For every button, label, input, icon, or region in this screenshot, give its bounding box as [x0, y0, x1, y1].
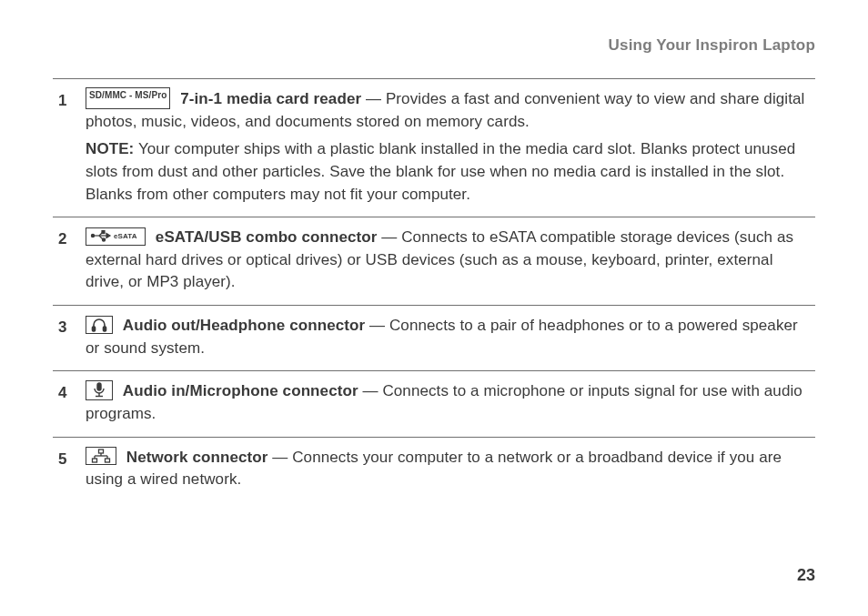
svg-rect-9	[97, 383, 101, 390]
network-icon	[86, 447, 116, 465]
list-item: 3 Audio out/Headphone connector — Connec…	[53, 305, 815, 370]
note-text: Your computer ships with a plastic blank…	[86, 140, 795, 202]
list-item: 5 Network connector — Connects your comp…	[53, 437, 815, 502]
item-title: 7-in-1 media card reader	[180, 90, 361, 107]
media-card-icon: SD/MMC - MS/Pro	[86, 87, 170, 109]
item-title: Audio out/Headphone connector	[123, 317, 365, 334]
item-title: eSATA/USB combo connector	[156, 228, 378, 246]
svg-rect-14	[106, 459, 110, 462]
svg-rect-12	[99, 449, 104, 453]
headphone-icon	[86, 316, 113, 334]
svg-rect-8	[104, 327, 106, 331]
item-number: 5	[58, 449, 67, 471]
svg-rect-13	[93, 459, 97, 462]
running-header: Using Your Inspiron Laptop	[53, 36, 815, 55]
note-block: NOTE: Your computer ships with a plastic…	[86, 138, 815, 206]
svg-point-5	[102, 238, 105, 241]
item-number: 3	[58, 317, 67, 339]
page-number: 23	[797, 566, 815, 585]
item-title: Network connector	[126, 449, 268, 466]
microphone-icon	[86, 380, 113, 400]
esata-label: eSATA	[114, 232, 137, 240]
item-number: 4	[58, 382, 67, 405]
item-number: 2	[58, 228, 67, 251]
svg-rect-7	[93, 327, 96, 331]
svg-marker-6	[106, 233, 110, 237]
manual-page: Using Your Inspiron Laptop 1 SD/MMC - MS…	[0, 0, 868, 616]
note-label: NOTE:	[86, 140, 134, 157]
list-item: 4 Audio in/Microphone connector — Connec…	[53, 370, 815, 436]
item-number: 1	[58, 90, 67, 113]
esata-usb-icon: eSATA	[86, 227, 146, 246]
list-item: 1 SD/MMC - MS/Pro 7-in-1 media card read…	[53, 78, 815, 217]
item-title: Audio in/Microphone connector	[123, 382, 358, 399]
list-item: 2 eSATA eSATA/USB combo connector — Conn…	[53, 217, 815, 305]
svg-rect-3	[102, 230, 105, 233]
